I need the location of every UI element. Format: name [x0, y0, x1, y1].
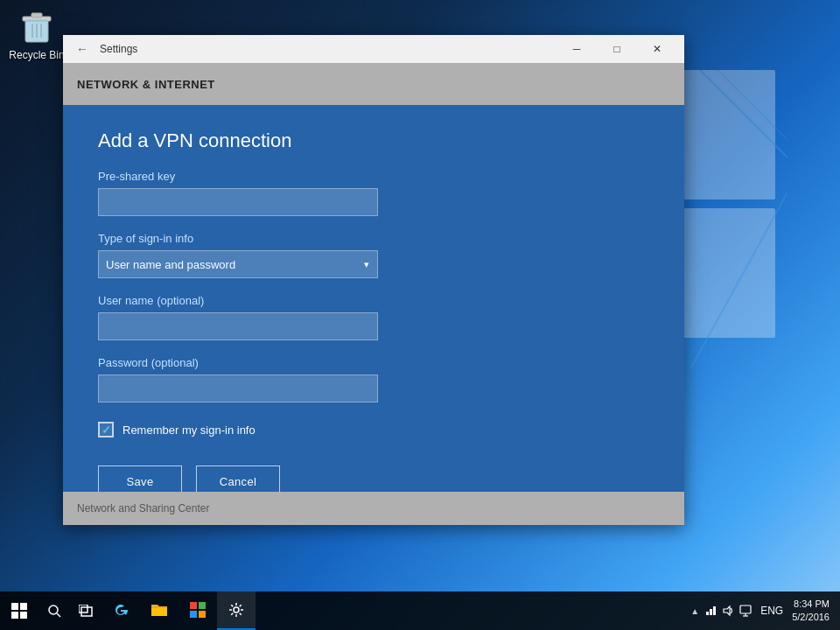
remember-checkbox[interactable]: ✓: [98, 422, 114, 438]
close-button[interactable]: ✕: [637, 35, 677, 63]
settings-header-text: NETWORK & INTERNET: [77, 78, 215, 91]
svg-marker-30: [724, 606, 730, 615]
pre-shared-key-label: Pre-shared key: [98, 170, 649, 183]
start-button[interactable]: [0, 592, 38, 630]
settings-footer-text: Network and Sharing Center: [77, 502, 209, 514]
svg-rect-14: [11, 603, 18, 610]
recycle-bin-icon[interactable]: Recycle Bin: [5, 5, 68, 61]
remember-label: Remember my sign-in info: [122, 424, 256, 437]
tray-chevron-icon[interactable]: ▲: [690, 606, 699, 616]
svg-rect-21: [81, 607, 92, 616]
svg-rect-17: [20, 612, 27, 619]
password-label: Password (optional): [98, 356, 649, 369]
back-button[interactable]: ←: [70, 37, 94, 61]
clock-time: 8:34 PM: [792, 598, 830, 611]
title-bar: ← Settings ─ □ ✕: [63, 35, 684, 63]
settings-header-bar: NETWORK & INTERNET: [63, 63, 684, 105]
svg-rect-23: [199, 602, 206, 609]
search-button[interactable]: [38, 592, 70, 630]
language-indicator[interactable]: ENG: [757, 605, 787, 617]
volume-icon[interactable]: [722, 605, 734, 617]
password-input[interactable]: [98, 374, 378, 402]
signin-type-label: Type of sign-in info: [98, 232, 649, 245]
svg-rect-24: [190, 611, 197, 618]
username-input[interactable]: [98, 312, 378, 340]
taskbar-app-store[interactable]: [178, 592, 217, 630]
tray-icons: ▲: [690, 605, 752, 617]
svg-point-18: [49, 606, 58, 614]
settings-footer-bar: Network and Sharing Center: [63, 492, 684, 525]
svg-line-19: [57, 613, 60, 617]
svg-rect-20: [79, 605, 88, 612]
username-group: User name (optional): [98, 294, 649, 340]
network-icon[interactable]: [704, 605, 717, 617]
taskbar-apps: [102, 592, 690, 630]
signin-type-group: Type of sign-in info User name and passw…: [98, 232, 649, 278]
vpn-panel: Add a VPN connection Pre-shared key Type…: [63, 105, 684, 492]
svg-rect-25: [199, 611, 206, 618]
recycle-bin-label: Recycle Bin: [9, 49, 64, 61]
svg-rect-27: [706, 612, 709, 615]
desktop: Recycle Bin ← Settings ─ □ ✕ NETWORK & I…: [0, 0, 840, 630]
username-label: User name (optional): [98, 294, 649, 307]
checkmark-icon: ✓: [102, 424, 111, 437]
pre-shared-key-group: Pre-shared key: [98, 170, 649, 216]
vpn-form-title: Add a VPN connection: [98, 130, 649, 152]
taskbar-app-explorer[interactable]: [140, 592, 178, 630]
svg-rect-28: [710, 609, 712, 615]
minimize-button[interactable]: ─: [556, 35, 597, 63]
window-title: Settings: [94, 43, 556, 55]
taskbar-app-settings[interactable]: [217, 592, 256, 630]
svg-rect-16: [11, 612, 18, 619]
pre-shared-key-input[interactable]: [98, 188, 378, 216]
signin-type-select[interactable]: User name and password Certificate One-t…: [98, 250, 378, 278]
svg-rect-13: [25, 19, 48, 42]
svg-rect-9: [32, 13, 42, 18]
taskbar: ▲ ENG 8:34 PM 5/2/2016: [0, 592, 840, 630]
task-view-button[interactable]: [70, 592, 102, 630]
save-button[interactable]: Save: [98, 466, 182, 492]
svg-rect-29: [713, 606, 716, 615]
taskbar-tray: ▲ ENG 8:34 PM 5/2/2016: [690, 592, 840, 630]
maximize-button[interactable]: □: [597, 35, 637, 63]
svg-rect-31: [740, 606, 751, 613]
clock-date: 5/2/2016: [792, 611, 830, 624]
cancel-button[interactable]: Cancel: [196, 466, 280, 492]
recycle-bin-graphic: [16, 5, 58, 47]
taskbar-app-edge[interactable]: [102, 592, 140, 630]
svg-point-26: [234, 607, 239, 612]
monitor-icon[interactable]: [739, 605, 752, 617]
taskbar-clock[interactable]: 8:34 PM 5/2/2016: [792, 598, 833, 625]
form-button-row: Save Cancel: [98, 466, 649, 492]
svg-rect-22: [190, 602, 197, 609]
svg-rect-15: [20, 603, 27, 610]
remember-checkbox-row: ✓ Remember my sign-in info: [98, 422, 649, 438]
signin-type-select-wrapper: User name and password Certificate One-t…: [98, 250, 378, 278]
password-group: Password (optional): [98, 356, 649, 402]
settings-window: ← Settings ─ □ ✕ NETWORK & INTERNET Add …: [63, 35, 684, 525]
window-controls: ─ □ ✕: [556, 35, 677, 63]
